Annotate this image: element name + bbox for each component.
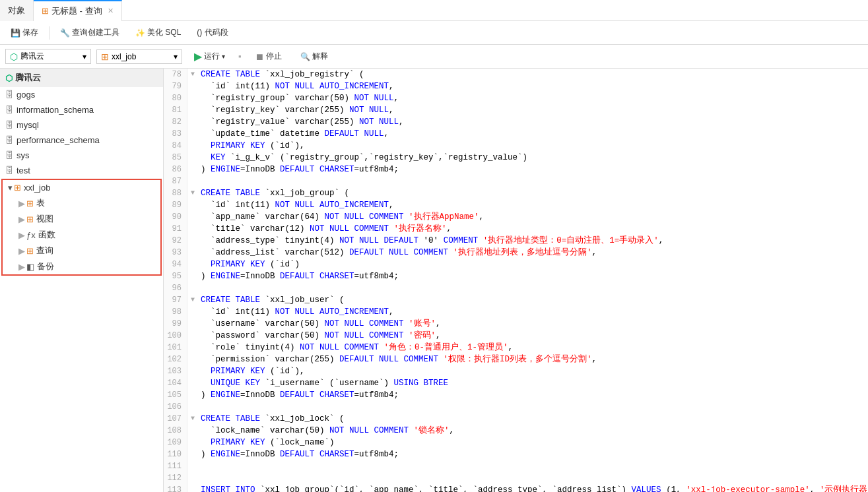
line-95: 95 ) ENGINE=InnoDB DEFAULT CHARSET=utf8m…: [164, 270, 868, 282]
query-create-tool-button[interactable]: 🔧 查询创建工具: [55, 26, 125, 40]
run-button[interactable]: ▶ 运行 ▾: [187, 49, 232, 64]
view-icon-sidebar: ⊞: [26, 214, 34, 224]
table-icon: ⊞: [42, 6, 49, 16]
sidebar-item-backup[interactable]: ▶ ◧ 备份: [3, 259, 160, 274]
expand-icon-view: ▶: [18, 214, 25, 224]
sidebar-item-gogs[interactable]: 🗄 gogs: [0, 87, 163, 102]
sidebar-item-xxl-job[interactable]: ▾ ⊞ xxl_job: [3, 180, 160, 195]
explain-icon: 🔍: [300, 52, 310, 61]
expand-icon-xxl: ▾: [8, 183, 13, 193]
line-103: 103 PRIMARY KEY (`id`),: [164, 365, 868, 377]
tencent-icon: ⬡: [5, 73, 13, 83]
db-icon-mysql: 🗄: [5, 120, 14, 130]
save-button[interactable]: 💾 保存: [5, 26, 44, 40]
beautify-sql-button[interactable]: ✨ 美化 SQL: [130, 26, 186, 40]
run-icon: ▶: [194, 50, 202, 63]
line-112: 112: [164, 472, 868, 484]
sidebar-label-info: information_schema: [17, 105, 94, 115]
sidebar-label-table: 表: [36, 197, 45, 209]
line-92: 92 `address_type` tinyint(4) NOT NULL DE…: [164, 235, 868, 247]
sidebar-title: 腾讯云: [15, 72, 41, 84]
explain-button[interactable]: 🔍 解释: [294, 49, 335, 63]
line-100: 100 `password` varchar(50) NOT NULL COMM…: [164, 330, 868, 342]
sidebar-item-view[interactable]: ▶ ⊞ 视图: [3, 211, 160, 227]
sidebar-label-mysql: mysql: [17, 120, 39, 130]
sidebar-label-backup: 备份: [37, 261, 54, 272]
code-editor[interactable]: 78 ▼ CREATE TABLE `xxl_job_registry` ( 7…: [164, 69, 868, 492]
run-dropdown-icon: ▾: [222, 53, 225, 60]
expand-icon-table: ▶: [18, 199, 25, 208]
line-80: 80 `registry_group` varchar(50) NOT NULL…: [164, 92, 868, 104]
code-segment-button[interactable]: () 代码段: [191, 26, 233, 40]
line-109: 109 PRIMARY KEY (`lock_name`): [164, 437, 868, 448]
line-107: 107 ▼ CREATE TABLE `xxl_job_lock` (: [164, 413, 868, 425]
xxl-job-children: ▶ ⊞ 表 ▶ ⊞ 视图 ▶ ƒx 函数 ▶ ⊞ 查询: [3, 195, 160, 274]
expand-icon-backup: ▶: [18, 262, 25, 272]
stop-label: 停止: [266, 51, 282, 62]
line-105: 105 ) ENGINE=InnoDB DEFAULT CHARSET=utf8…: [164, 389, 868, 401]
line-106: 106: [164, 401, 868, 413]
line-101: 101 `role` tinyint(4) NOT NULL COMMENT '…: [164, 342, 868, 354]
line-96: 96: [164, 282, 868, 294]
tab-query[interactable]: ⊞ 无标题 - 查询 ✕: [34, 0, 122, 21]
run-label: 运行: [204, 51, 220, 62]
sidebar-label-gogs: gogs: [17, 90, 35, 100]
explain-label: 解释: [312, 51, 328, 62]
expand-icon-func: ▶: [18, 230, 25, 240]
tab-object[interactable]: 对象: [0, 0, 34, 21]
schema-icon: ⊞: [101, 51, 109, 62]
schema-select-arrow: ▾: [174, 52, 178, 61]
line-83: 83 `update_time` datetime DEFAULT NULL,: [164, 128, 868, 140]
sidebar: ⬡ 腾讯云 🗄 gogs 🗄 information_schema 🗄 mysq…: [0, 69, 164, 492]
sidebar-item-sys[interactable]: 🗄 sys: [0, 148, 163, 163]
schema-select[interactable]: ⊞ xxl_job ▾: [96, 49, 182, 64]
line-110: 110 ) ENGINE=InnoDB DEFAULT CHARSET=utf8…: [164, 448, 868, 460]
line-84: 84 PRIMARY KEY (`id`),: [164, 140, 868, 152]
line-78: 78 ▼ CREATE TABLE `xxl_job_registry` (: [164, 69, 868, 80]
sidebar-label-test: test: [17, 166, 30, 175]
main-area: ⬡ 腾讯云 🗄 gogs 🗄 information_schema 🗄 mysq…: [0, 69, 868, 492]
sidebar-item-table[interactable]: ▶ ⊞ 表: [3, 195, 160, 211]
toolbar1: 💾 保存 🔧 查询创建工具 ✨ 美化 SQL () 代码段: [0, 21, 868, 45]
cloud-select-arrow: ▾: [83, 52, 86, 61]
line-85: 85 KEY `i_g_k_v` (`registry_group`,`regi…: [164, 152, 868, 164]
line-90: 90 `app_name` varchar(64) NOT NULL COMME…: [164, 211, 868, 223]
sidebar-item-mysql[interactable]: 🗄 mysql: [0, 117, 163, 133]
db-icon-sys: 🗄: [5, 150, 14, 160]
tab-query-label: 无标题 - 查询: [51, 5, 102, 17]
sidebar-item-performance-schema[interactable]: 🗄 performance_schema: [0, 133, 163, 148]
sidebar-item-query[interactable]: ▶ ⊞ 查询: [3, 243, 160, 259]
table-icon-sidebar: ⊞: [26, 199, 34, 208]
stop-button[interactable]: ⏹ 停止: [248, 49, 288, 63]
line-82: 82 `registry_value` varchar(255) NOT NUL…: [164, 116, 868, 128]
query-create-icon: 🔧: [60, 28, 70, 38]
top-bar: 对象 ⊞ 无标题 - 查询 ✕: [0, 0, 868, 21]
sidebar-label-perf: performance_schema: [17, 135, 100, 145]
query-create-label: 查询创建工具: [72, 27, 119, 38]
backup-icon-sidebar: ◧: [26, 262, 34, 272]
query-icon-sidebar: ⊞: [26, 246, 34, 256]
db-icon-gogs: 🗄: [5, 90, 14, 100]
sidebar-label-xxl: xxl_job: [24, 183, 50, 193]
line-86: 86 ) ENGINE=InnoDB DEFAULT CHARSET=utf8m…: [164, 164, 868, 175]
db-icon-info: 🗄: [5, 105, 14, 115]
line-79: 79 `id` int(11) NOT NULL AUTO_INCREMENT,: [164, 80, 868, 92]
sidebar-item-func[interactable]: ▶ ƒx 函数: [3, 227, 160, 243]
db-icon-xxl: ⊞: [14, 183, 21, 193]
sidebar-item-information-schema[interactable]: 🗄 information_schema: [0, 102, 163, 117]
beautify-label: 美化 SQL: [147, 27, 181, 38]
cloud-select[interactable]: ⬡ 腾讯云 ▾: [5, 49, 91, 64]
line-93: 93 `address_list` varchar(512) DEFAULT N…: [164, 247, 868, 259]
toolbar2: ⬡ 腾讯云 ▾ ⊞ xxl_job ▾ ▶ 运行 ▾ ▪ ⏹ 停止 🔍 解释: [0, 45, 868, 69]
line-104: 104 UNIQUE KEY `i_username` (`username`)…: [164, 377, 868, 389]
sidebar-header[interactable]: ⬡ 腾讯云: [0, 69, 163, 87]
tab-object-label: 对象: [8, 5, 25, 16]
btn-sep: ▪: [238, 51, 242, 61]
save-icon: 💾: [11, 28, 20, 38]
line-113: 113 INSERT INTO `xxl_job_group`(`id`, `a…: [164, 484, 868, 492]
sidebar-item-test[interactable]: 🗄 test: [0, 163, 163, 178]
line-94: 94 PRIMARY KEY (`id`): [164, 259, 868, 270]
sep1: [49, 26, 50, 40]
stop-icon: ⏹: [255, 51, 264, 62]
tab-close-icon[interactable]: ✕: [108, 7, 114, 15]
